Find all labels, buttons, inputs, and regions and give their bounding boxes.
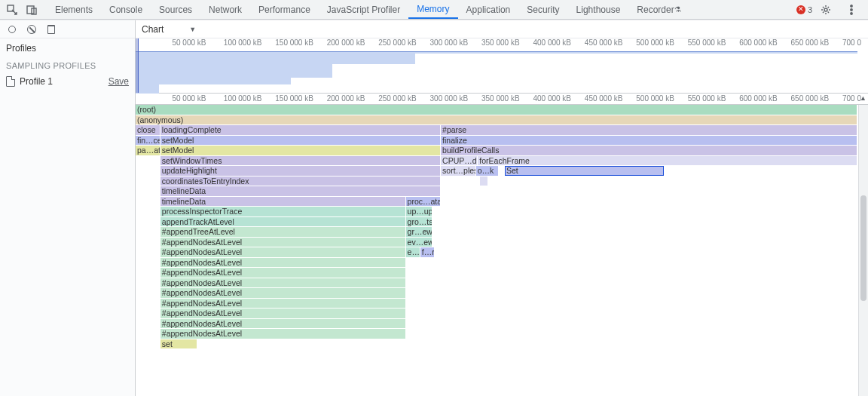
flame-row: coordinatesToEntryIndex: [136, 177, 868, 187]
settings-icon[interactable]: [818, 2, 833, 17]
flame-bar[interactable]: (root): [136, 105, 857, 115]
flame-bar[interactable]: #appendNodesAtLevel: [160, 309, 406, 318]
profile-save-link[interactable]: Save: [108, 76, 129, 87]
viewer-toolbar: Chart ▼: [136, 20, 868, 38]
flame-bar[interactable]: finalize: [441, 136, 857, 146]
overview-chart[interactable]: 50 000 kB100 000 kB150 000 kB200 000 kB2…: [136, 38, 868, 94]
profiles-heading: Profiles: [0, 38, 135, 58]
flame-bar[interactable]: #parse: [441, 125, 857, 135]
flame-bar[interactable]: timelineData: [160, 197, 406, 207]
flame-bar[interactable]: processInspectorTrace: [160, 207, 406, 216]
flame-bar[interactable]: #appendNodesAtLevel: [160, 319, 406, 329]
ruler-tick: 400 000 kB: [533, 94, 571, 103]
ruler-tick: 500 000 kB: [636, 94, 674, 103]
flame-bar[interactable]: ev…ew: [406, 238, 433, 247]
flame-bar[interactable]: #appendNodesAtLevel: [160, 288, 406, 298]
tab-recorder[interactable]: Recorder ⚗: [628, 0, 689, 19]
delete-button[interactable]: [45, 23, 57, 35]
profile-viewer: Chart ▼ 50 000 kB100 000 kB150 000 kB200…: [136, 20, 868, 396]
flame-row: #appendNodesAtLevel: [136, 309, 868, 319]
flame-bar[interactable]: set: [160, 339, 197, 349]
flame-row: #appendNodesAtLevel: [136, 299, 868, 309]
flame-bar[interactable]: #appendNodesAtLevel: [160, 329, 406, 339]
tab-security[interactable]: Security: [518, 0, 567, 19]
recorder-beta-icon: ⚗: [674, 5, 681, 14]
flame-bar[interactable]: #appendNodesAtLevel: [160, 299, 406, 309]
tab-performance[interactable]: Performance: [250, 0, 319, 19]
tab-console[interactable]: Console: [101, 0, 151, 19]
flame-chart[interactable]: (root)(anonymous)closeloadingComplete#pa…: [136, 105, 868, 396]
flame-bar[interactable]: CPUP…del: [441, 156, 478, 166]
flame-bar[interactable]: forEachFrame: [478, 156, 857, 166]
error-icon: ✕: [796, 5, 805, 14]
flame-bar[interactable]: [480, 177, 488, 186]
flame-bar[interactable]: sort…ples: [441, 166, 476, 176]
flame-row: #appendNodesAtLevelev…ew: [136, 238, 868, 248]
flame-bar[interactable]: (anonymous): [136, 115, 857, 125]
clear-button[interactable]: [26, 23, 38, 35]
flame-bar[interactable]: #appendNodesAtLevel: [160, 238, 406, 247]
ruler-tick: 450 000 kB: [585, 38, 623, 47]
svg-point-3: [824, 8, 827, 11]
svg-point-4: [851, 5, 852, 6]
sidebar-toolbar: [0, 20, 135, 38]
chevron-down-icon[interactable]: ▼: [189, 26, 196, 33]
flame-bar[interactable]: e…: [406, 247, 420, 257]
flame-row: timelineDataproc…ata: [136, 197, 868, 207]
flame-bar[interactable]: proc…ata: [406, 197, 442, 207]
flame-bar[interactable]: coordinatesToEntryIndex: [160, 177, 441, 186]
profiles-sidebar: Profiles SAMPLING PROFILES Profile 1 Sav…: [0, 20, 136, 396]
flame-bar[interactable]: timelineData: [160, 186, 441, 196]
profile-item[interactable]: Profile 1 Save: [0, 73, 135, 90]
error-count-value: 3: [808, 5, 812, 14]
flame-bar[interactable]: #appendNodesAtLevel: [160, 258, 406, 268]
tab-lighthouse[interactable]: Lighthouse: [568, 0, 629, 19]
overview-area: [136, 51, 868, 93]
flame-row: #appendNodesAtLevel: [136, 258, 868, 269]
device-toolbar-icon[interactable]: [24, 2, 39, 17]
tab-application[interactable]: Application: [458, 0, 519, 19]
flame-bar[interactable]: loadingComplete: [160, 125, 441, 135]
flame-bar[interactable]: setModel: [160, 136, 441, 146]
tab-network[interactable]: Network: [200, 0, 250, 19]
flame-row: #appendTreeAtLevelgr…ew: [136, 227, 868, 238]
flame-row: #appendNodesAtLevel: [136, 319, 868, 330]
tab-memory[interactable]: Memory: [408, 0, 457, 19]
flame-bar[interactable]: fin…ce: [136, 136, 160, 146]
flame-scroll-thumb[interactable]: [860, 195, 866, 301]
flame-bar[interactable]: #appendNodesAtLevel: [160, 247, 406, 257]
flame-scrollbar[interactable]: [858, 105, 868, 396]
flame-bar[interactable]: pa…at: [136, 146, 160, 155]
flame-bar[interactable]: appendTrackAtLevel: [160, 217, 406, 227]
flame-bar[interactable]: #appendTreeAtLevel: [160, 227, 406, 237]
flame-bar[interactable]: updateHighlight: [160, 166, 441, 176]
inspect-icon[interactable]: [5, 2, 20, 17]
view-mode-select[interactable]: Chart: [142, 24, 164, 35]
flame-bar[interactable]: o…k: [476, 166, 499, 176]
record-button[interactable]: [6, 23, 18, 35]
error-count[interactable]: ✕ 3: [796, 5, 812, 14]
flame-bar[interactable]: setModel: [160, 146, 441, 155]
more-icon[interactable]: [844, 2, 859, 17]
overview-handle-left[interactable]: [136, 38, 139, 93]
flame-bar[interactable]: #appendNodesAtLevel: [160, 268, 406, 278]
flame-bar[interactable]: gro…ts: [406, 217, 433, 227]
flame-bar[interactable]: up…up: [406, 207, 433, 216]
profiles-group-label: SAMPLING PROFILES: [0, 58, 135, 73]
flame-bar[interactable]: close: [136, 125, 160, 135]
devtools-tabbar: ElementsConsoleSourcesNetworkPerformance…: [0, 0, 868, 20]
tab-elements[interactable]: Elements: [47, 0, 101, 19]
flame-bar[interactable]: #appendNodesAtLevel: [160, 278, 406, 288]
flame-bar[interactable]: setWindowTimes: [160, 156, 441, 166]
tab-sources[interactable]: Sources: [151, 0, 200, 19]
flame-bar[interactable]: Set: [505, 166, 664, 176]
ruler-tick: 300 000 kB: [430, 94, 469, 103]
tab-javascript-profiler[interactable]: JavaScript Profiler: [319, 0, 408, 19]
flame-bar[interactable]: buildProfileCalls: [441, 146, 857, 155]
flame-bar[interactable]: gr…ew: [406, 227, 433, 237]
ruler-tick: 400 000 kB: [533, 38, 571, 47]
overview-segment: [158, 51, 290, 84]
flame-row: set: [136, 339, 868, 350]
flame-bar[interactable]: f…r: [420, 247, 435, 257]
svg-point-5: [851, 8, 852, 10]
